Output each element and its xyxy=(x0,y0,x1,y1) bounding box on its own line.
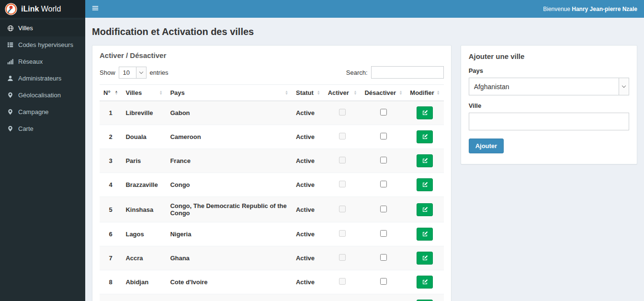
cell-statut: Active xyxy=(292,173,324,197)
column-header-desactiver[interactable]: Désactiver▲▼ xyxy=(361,85,406,101)
cell-num: 3 xyxy=(100,149,122,173)
table-header-row: N°▲▼Villes▲▼Pays▲▼Statut▲▼Activer▲▼Désac… xyxy=(100,85,444,101)
column-label: Statut xyxy=(296,89,314,96)
ajouter-button[interactable]: Ajouter xyxy=(469,139,504,153)
add-city-panel: Ajouter une ville Pays Afghanistan Ville… xyxy=(461,45,637,164)
edit-button[interactable] xyxy=(417,203,433,216)
cell-statut: Active xyxy=(292,101,324,125)
page-length-control: Show 10 entries xyxy=(100,67,169,79)
search-label: Search: xyxy=(346,69,368,76)
sidebar-item-carte[interactable]: Carte xyxy=(0,120,85,137)
desactiver-checkbox[interactable] xyxy=(380,278,387,285)
sort-icon: ▲▼ xyxy=(159,91,162,95)
desactiver-checkbox[interactable] xyxy=(380,181,387,187)
table-row: 5 Kinshasa Congo, The Democratic Republi… xyxy=(100,197,444,222)
table-row: 7 Accra Ghana Active xyxy=(100,246,444,270)
cell-num: 1 xyxy=(100,101,122,125)
sidebar-item-label: Villes xyxy=(18,24,33,32)
edit-button[interactable] xyxy=(417,106,433,119)
desactiver-checkbox[interactable] xyxy=(380,206,387,212)
desactiver-checkbox[interactable] xyxy=(380,157,387,163)
column-header-pays[interactable]: Pays▲▼ xyxy=(166,85,292,101)
cell-ville: Abidjan xyxy=(122,270,166,294)
edit-pencil-icon xyxy=(422,182,428,188)
app-title: iLink World xyxy=(21,5,61,13)
hamburger-icon xyxy=(92,5,99,12)
navbar: Bienvenue Hanry Jean-pierre Nzale xyxy=(85,0,644,18)
cell-ville: Kinshasa xyxy=(122,197,166,222)
column-header-statut[interactable]: Statut▲▼ xyxy=(292,85,324,101)
table-row: 1 Libreville Gabon Active xyxy=(100,101,444,125)
cell-statut: Active xyxy=(292,197,324,222)
marker-icon xyxy=(7,109,14,115)
edit-pencil-icon xyxy=(422,207,428,213)
search-control: Search: xyxy=(346,66,444,79)
cell-statut: Active xyxy=(292,294,324,301)
cell-ville: Brazzaville xyxy=(122,173,166,197)
desactiver-checkbox[interactable] xyxy=(380,230,387,237)
marker-icon xyxy=(7,126,14,132)
search-input[interactable] xyxy=(371,66,444,79)
edit-button[interactable] xyxy=(417,252,433,265)
table-body: 1 Libreville Gabon Active 2 Douala Camer… xyxy=(100,101,444,301)
cities-table-panel: Activer / Désactiver Show 10 entries Sea… xyxy=(92,45,452,301)
edit-pencil-icon xyxy=(422,134,428,140)
activer-checkbox xyxy=(339,157,346,163)
app-brand[interactable]: iLink World xyxy=(0,0,85,18)
sidebar-item-reseaux[interactable]: Réseaux xyxy=(0,53,85,70)
cell-statut: Active xyxy=(292,125,324,149)
cell-statut: Active xyxy=(292,149,324,173)
table-controls: Show 10 entries Search: xyxy=(100,66,444,79)
column-header-num[interactable]: N°▲▼ xyxy=(100,85,122,101)
column-label: Pays xyxy=(170,89,184,96)
globe-icon xyxy=(7,25,14,32)
cell-ville: Douala xyxy=(122,125,166,149)
edit-pencil-icon xyxy=(422,255,428,261)
edit-button[interactable] xyxy=(417,130,433,143)
activer-checkbox xyxy=(339,206,346,212)
sidebar-item-label: Géolocalisation xyxy=(18,92,61,99)
desactiver-checkbox[interactable] xyxy=(380,254,387,261)
sidebar-item-label: Codes hyperviseurs xyxy=(18,41,73,48)
cell-ville: Lagos xyxy=(122,222,166,246)
column-label: Activer xyxy=(328,89,349,96)
ville-input[interactable] xyxy=(469,113,629,130)
edit-button[interactable] xyxy=(417,276,433,289)
sidebar-item-campagne[interactable]: Campagne xyxy=(0,104,85,120)
sidebar-item-label: Réseaux xyxy=(18,58,43,65)
sort-icon: ▲▼ xyxy=(317,91,320,95)
column-header-activer[interactable]: Activer▲▼ xyxy=(324,85,361,101)
cell-pays: Gabon xyxy=(166,101,292,125)
sidebar-item-codes-hyperviseurs[interactable]: Codes hyperviseurs xyxy=(0,36,85,53)
column-header-ville[interactable]: Villes▲▼ xyxy=(122,85,166,101)
edit-button[interactable] xyxy=(417,228,433,241)
cities-table: N°▲▼Villes▲▼Pays▲▼Statut▲▼Activer▲▼Désac… xyxy=(100,84,444,301)
column-label: N° xyxy=(103,89,111,96)
page-length-select[interactable]: 10 xyxy=(119,67,146,78)
sidebar: Villes Codes hyperviseurs Réseaux Admini… xyxy=(0,18,85,301)
cell-pays: Congo xyxy=(166,173,292,197)
sidebar-item-administrateurs[interactable]: Administrateurs xyxy=(0,70,85,87)
sidebar-item-geolocalisation[interactable]: Géolocalisation xyxy=(0,87,85,104)
edit-button[interactable] xyxy=(417,154,433,167)
cell-statut: Active xyxy=(292,246,324,270)
pays-label: Pays xyxy=(469,67,629,74)
activer-checkbox xyxy=(339,254,346,261)
desactiver-checkbox[interactable] xyxy=(380,133,387,139)
edit-pencil-icon xyxy=(422,110,428,116)
add-panel-title: Ajouter une ville xyxy=(469,52,629,60)
table-row: 6 Lagos Nigeria Active xyxy=(100,222,444,246)
sidebar-item-label: Carte xyxy=(18,125,34,132)
pays-select[interactable]: Afghanistan xyxy=(469,78,629,95)
cell-pays: Congo, The Democratic Republic of the Co… xyxy=(166,197,292,222)
sidebar-toggle-button[interactable] xyxy=(85,0,105,18)
cell-pays: Senegal xyxy=(166,294,292,301)
sidebar-item-villes[interactable]: Villes xyxy=(0,20,85,36)
welcome-text: Bienvenue Hanry Jean-pierre Nzale xyxy=(543,6,637,12)
column-header-modifier[interactable]: Modifier▲▼ xyxy=(406,85,443,101)
table-row: 4 Brazzaville Congo Active xyxy=(100,173,444,197)
entries-label: entries xyxy=(150,69,169,76)
edit-button[interactable] xyxy=(417,178,433,191)
desactiver-checkbox[interactable] xyxy=(380,109,387,116)
edit-pencil-icon xyxy=(422,158,428,164)
